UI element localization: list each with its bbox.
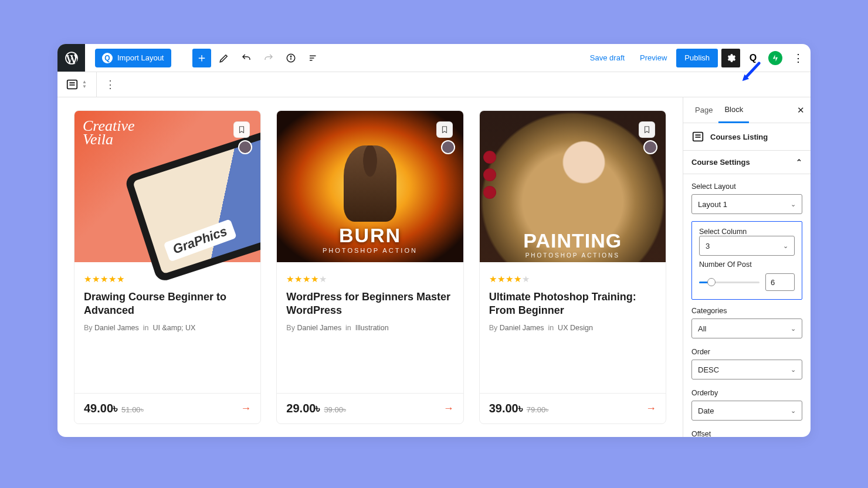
course-thumbnail [74,111,260,262]
course-thumbnail: BURNPHOTOSHOP ACTION [277,111,463,262]
block-toolbar: ▲▼ ⋮ [57,72,811,97]
order-label: Order [691,348,802,356]
course-card[interactable]: PAINTINGPHOTOSHOP ACTIONS ★★★★★ Ultimate… [479,110,666,424]
categories-select[interactable]: All⌄ [691,318,802,338]
save-draft-link[interactable]: Save draft [584,50,630,66]
rating-stars: ★★★★★ [489,274,656,284]
close-sidebar-icon[interactable]: ✕ [797,105,805,116]
block-more-icon[interactable]: ⋮ [97,78,123,91]
highlighted-settings: Select Column 3⌄ Number Of Post 6 [691,221,802,300]
chevron-down-icon: ⌄ [791,407,796,415]
publish-button[interactable]: Publish [676,49,718,67]
import-layout-icon: Q [102,53,113,63]
go-arrow-icon[interactable]: → [646,402,656,415]
jetpack-icon[interactable] [766,49,785,67]
edit-tool-icon[interactable] [215,49,233,67]
course-meta: By Daniel James in UX Design [489,324,656,332]
more-options-icon[interactable]: ⋮ [788,49,807,67]
bookmark-icon[interactable] [639,121,655,138]
chevron-down-icon: ⌄ [791,325,796,333]
column-label: Select Column [699,228,795,236]
go-arrow-icon[interactable]: → [240,402,251,415]
bookmark-icon[interactable] [233,121,250,138]
svg-point-2 [290,56,291,57]
block-type-icon[interactable] [66,78,79,91]
settings-gear-icon[interactable] [721,49,740,67]
block-name-label: Courses Listing [710,133,768,141]
layout-select[interactable]: Layout 1⌄ [691,194,802,214]
editor-canvas: ★★★★★ Drawing Course Beginner to Advance… [57,97,683,437]
course-thumbnail: PAINTINGPHOTOSHOP ACTIONS [480,111,666,262]
import-layout-button[interactable]: Q Import Layout [95,49,171,67]
preview-link[interactable]: Preview [634,50,673,66]
settings-sidebar: Page Block ✕ Courses Listing Course Sett… [683,97,811,437]
rating-stars: ★★★★★ [286,274,453,284]
info-icon[interactable] [282,49,300,67]
course-meta: By Daniel James in Illustration [286,324,453,332]
chevron-down-icon: ⌄ [791,201,796,208]
redo-icon[interactable] [259,49,278,67]
author-avatar [643,140,657,154]
go-arrow-icon[interactable]: → [443,402,454,415]
chevron-down-icon: ⌄ [791,366,796,374]
pointer-arrow-annotation [739,61,761,86]
course-card[interactable]: BURNPHOTOSHOP ACTION ★★★★★ WordPress for… [276,110,463,424]
course-title: Drawing Course Beginner to Advanced [84,290,251,318]
panel-course-settings[interactable]: Course Settings ⌃ [683,151,811,174]
numpost-label: Number Of Post [699,260,795,269]
course-card[interactable]: ★★★★★ Drawing Course Beginner to Advance… [74,110,261,424]
bookmark-icon[interactable] [436,121,453,138]
course-price: 49.00৳51.00৳ [84,402,144,415]
tab-block[interactable]: Block [718,97,749,123]
block-name-row: Courses Listing [683,123,811,151]
course-price: 39.00৳79.00৳ [489,402,549,415]
categories-label: Categories [691,307,802,315]
undo-icon[interactable] [237,49,256,67]
chevron-up-icon: ⌃ [796,158,802,167]
layout-label: Select Layout [691,182,802,191]
numpost-slider[interactable] [699,282,760,283]
orderby-label: Orderby [691,389,802,397]
course-title: Ultimate Photoshop Training: From Beginn… [489,290,656,318]
chevron-down-icon: ⌄ [783,242,788,250]
course-price: 29.00৳39.00৳ [286,402,346,415]
editor-window: Q Import Layout ＋ Save draft Preview Pub… [57,44,811,437]
orderby-select[interactable]: Date⌄ [691,401,802,421]
author-avatar [441,140,455,154]
numpost-input[interactable]: 6 [765,273,795,291]
order-select[interactable]: DESC⌄ [691,360,802,379]
import-layout-label: Import Layout [117,53,164,62]
offset-label: Offset [691,430,802,437]
add-block-button[interactable]: ＋ [192,49,211,67]
course-title: WordPress for Beginners Master WordPress [286,290,453,318]
wordpress-logo[interactable] [57,44,85,72]
list-view-icon[interactable] [304,49,323,67]
course-meta: By Daniel James in UI &amp; UX [84,324,251,332]
move-handlers[interactable]: ▲▼ [82,80,87,89]
tab-page[interactable]: Page [689,97,718,123]
column-select[interactable]: 3⌄ [699,236,795,256]
topbar: Q Import Layout ＋ Save draft Preview Pub… [57,44,811,72]
